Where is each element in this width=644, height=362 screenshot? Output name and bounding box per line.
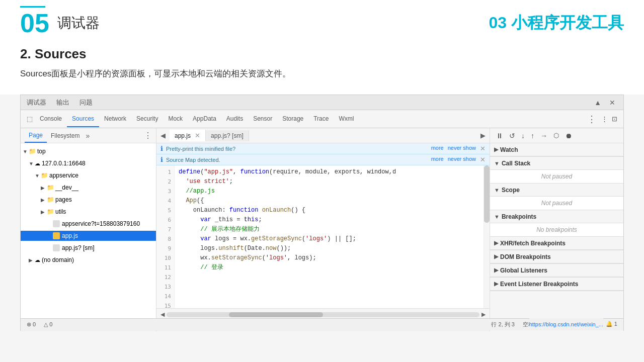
editor-tab-appjs-close[interactable]: ✕ [195,132,200,139]
list-item[interactable]: ▶ 📁 __dev__ [21,182,156,194]
tab-sources[interactable]: Sources [67,111,99,127]
devtools-cursor-icon[interactable]: ⬚ [25,113,35,125]
event-listener-arrow: ▶ [494,281,498,287]
step-button[interactable]: → [538,131,549,141]
panel-tabs: Page Filesystem » ⋮ [21,128,156,143]
titlebar-tab-issues[interactable]: 问题 [79,98,93,107]
callstack-content: Not paused [490,170,623,183]
dock-icon[interactable]: ⊡ [610,113,619,125]
titlebar-tab-debugger[interactable]: 调试器 [27,98,46,107]
tree-row-appjs-sm[interactable]: app.js? [sm] [21,243,156,253]
tab-sensor[interactable]: Sensor [248,111,277,127]
sourcemap-more-link[interactable]: more [431,156,444,163]
panel-tab-more[interactable]: » [86,132,90,140]
breakpoints-content: No breakpoints [490,223,623,236]
tab-console[interactable]: Console [35,111,67,127]
list-item[interactable]: ▼ 📁 appservice [21,169,156,182]
xhr-arrow: ▶ [494,240,498,246]
list-item[interactable]: ▶ 📁 pages [21,194,156,206]
tree-row-dev[interactable]: ▶ 📁 __dev__ [21,183,156,193]
editor-tab-appjs[interactable]: app.js ✕ [170,130,206,141]
info-text-sourcemap: Source Map detected. [166,157,220,163]
list-item[interactable]: app.js [21,230,156,242]
panel-tab-filesystem[interactable]: Filesystem [47,129,84,142]
step-out-button[interactable]: ↑ [529,131,536,141]
deactivate-breakpoints-button[interactable]: ⬡ [551,131,561,140]
more-tabs-button[interactable]: ⋮ [584,114,599,125]
dont-pause-exceptions-button[interactable]: ⏺ [563,131,574,141]
tab-security[interactable]: Security [131,111,163,127]
tree-label-pages: pages [55,196,72,203]
prettyprint-nevershow-link[interactable]: never show [448,145,476,152]
vertical-scrollbar[interactable] [484,165,490,308]
window-up-button[interactable]: ▲ [592,98,603,108]
global-listeners-header[interactable]: ▶ Global Listeners [490,264,623,277]
top-section: 05 调试器 03 小程序开发工具 2. Sources Sources面板是小… [0,0,644,95]
tree-row-appjs[interactable]: app.js [21,231,156,241]
code-content[interactable]: define("app.js", function(require, modul… [175,165,484,308]
step-into-button[interactable]: ↓ [519,131,527,141]
settings-icon[interactable]: ⋮ [599,113,610,125]
scope-arrow: ▼ [494,187,500,193]
breakpoints-header[interactable]: ▼ Breakpoints [490,210,623,223]
xhr-header[interactable]: ▶ XHR/fetch Breakpoints [490,237,623,250]
tree-row-nodomain[interactable]: ▶ ☁ (no domain) [21,255,156,265]
editor-tab-appjs-sm[interactable]: app.js? [sm] [206,130,249,141]
prettyprint-more-link[interactable]: more [431,145,444,152]
callstack-header[interactable]: ▼ Call Stack [490,157,623,170]
callstack-label: Call Stack [502,160,530,167]
list-item[interactable]: ▶ 📁 utils [21,206,156,218]
tab-trace[interactable]: Trace [308,111,334,127]
editor-right-btn[interactable]: ▶ [476,130,490,141]
code-line-7: var _this = this; [179,215,479,225]
tab-mock[interactable]: Mock [163,111,188,127]
warning-count: △ 0 [44,321,52,328]
event-listener-header[interactable]: ▶ Event Listener Breakpoints [490,278,623,291]
tab-appdata[interactable]: AppData [188,111,221,127]
devtools-window: 调试器 输出 问题 ▲ ✕ ⬚ Console Sources Network … [20,95,624,331]
sourcemap-close-btn[interactable]: ✕ [480,156,486,163]
tab-wxml[interactable]: Wxml [334,111,359,127]
scroll-right-btn[interactable]: ▶ [481,311,486,318]
tab-storage[interactable]: Storage [277,111,308,127]
panel-options-button[interactable]: ⋮ [144,131,152,140]
tree-row-top[interactable]: ▼ 📁 top [21,146,156,156]
code-line-2: 'use strict'; [179,177,479,187]
tab-audits[interactable]: Audits [221,111,248,127]
tree-row-appservice[interactable]: ▼ 📁 appservice [21,170,156,180]
code-line-10: var logs = wx.getStorageSync('logs') || … [179,234,479,244]
prettyprint-close-btn[interactable]: ✕ [480,145,486,152]
scope-header[interactable]: ▼ Scope [490,184,623,197]
tree-row-host[interactable]: ▼ ☁ 127.0.0.1:16648 [21,158,156,168]
list-item[interactable]: ▶ ☁ (no domain) [21,254,156,266]
callstack-section: ▼ Call Stack Not paused [490,157,623,184]
watch-header[interactable]: ▶ Watch [490,143,623,156]
file-icon-appservice [53,220,60,227]
tree-row-appservice-file[interactable]: appservice?t=158803879160 [21,219,156,229]
sourcemap-nevershow-link[interactable]: never show [448,156,476,163]
window-close-button[interactable]: ✕ [607,98,617,108]
dom-header[interactable]: ▶ DOM Breakpoints [490,250,623,263]
folder-icon-dev: 📁 [47,184,54,191]
horizontal-scrollbar-editor[interactable] [167,312,479,317]
editor-nav-prev[interactable]: ◀ [156,130,170,141]
slide-number: 05 [20,10,49,36]
tree-row-utils[interactable]: ▶ 📁 utils [21,207,156,217]
cloud-icon-nodomain: ☁ [35,257,40,263]
list-item[interactable]: ▼ 📁 top [21,145,156,157]
code-line-6: onLaunch: function onLaunch() { [179,206,479,215]
tree-arrow-host: ▼ [29,161,35,166]
panel-tab-page[interactable]: Page [25,129,47,143]
list-item[interactable]: ▼ ☁ 127.0.0.1:16648 [21,157,156,169]
list-item[interactable]: app.js? [sm] [21,242,156,254]
breakpoints-section: ▼ Breakpoints No breakpoints [490,210,623,237]
list-item[interactable]: appservice?t=158803879160 [21,218,156,230]
dom-label: DOM Breakpoints [500,253,551,260]
tree-row-pages[interactable]: ▶ 📁 pages [21,195,156,205]
step-over-button[interactable]: ↺ [507,131,517,141]
scroll-left-btn[interactable]: ◀ [160,311,165,318]
pause-button[interactable]: ⏸ [494,131,505,141]
tree-arrow-top: ▼ [23,149,29,154]
titlebar-tab-output[interactable]: 输出 [56,98,69,107]
tab-network[interactable]: Network [99,111,131,127]
